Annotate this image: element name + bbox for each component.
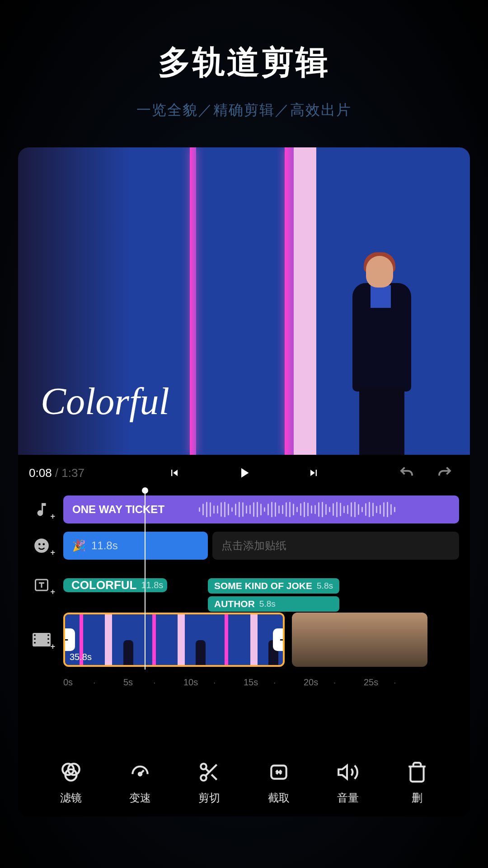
clip-duration: 35.8s bbox=[70, 652, 92, 662]
add-clip-after-button[interactable]: + bbox=[273, 628, 285, 651]
svg-rect-7 bbox=[34, 642, 35, 643]
scissors-icon bbox=[197, 760, 221, 784]
trash-icon bbox=[405, 760, 429, 784]
svg-rect-10 bbox=[47, 642, 49, 643]
add-sticker-icon[interactable]: + bbox=[29, 533, 54, 558]
svg-rect-8 bbox=[47, 634, 49, 636]
crop-icon bbox=[267, 760, 291, 784]
svg-point-14 bbox=[139, 773, 141, 775]
hero-title: 多轨道剪辑 bbox=[0, 41, 488, 84]
hero-subtitle: 一览全貌／精确剪辑／高效出片 bbox=[0, 100, 488, 120]
video-clip-next[interactable] bbox=[292, 613, 427, 667]
preview-overlay-text: Colorful bbox=[41, 379, 169, 423]
cut-tool[interactable]: 剪切 bbox=[184, 760, 234, 805]
add-music-icon[interactable]: + bbox=[29, 497, 54, 522]
svg-rect-5 bbox=[34, 634, 35, 636]
svg-point-16 bbox=[201, 775, 207, 781]
music-clip[interactable]: ONE WAY TICKET bbox=[63, 495, 459, 524]
add-sticker-hint[interactable]: 点击添加贴纸 bbox=[212, 532, 459, 560]
svg-point-2 bbox=[42, 543, 45, 545]
prev-button[interactable] bbox=[164, 462, 185, 484]
editor-panel: Colorful 0:08 / 1:37 bbox=[18, 147, 470, 816]
next-button[interactable] bbox=[303, 462, 324, 484]
delete-tool[interactable]: 删 bbox=[392, 760, 442, 805]
filter-icon bbox=[59, 760, 83, 784]
volume-icon bbox=[336, 760, 360, 784]
svg-rect-9 bbox=[47, 638, 49, 640]
svg-rect-6 bbox=[34, 638, 35, 640]
crop-tool[interactable]: 截取 bbox=[254, 760, 304, 805]
sticker-clip[interactable]: 🎉 11.8s bbox=[63, 532, 208, 560]
speed-tool[interactable]: 变速 bbox=[115, 760, 165, 805]
speed-icon bbox=[128, 760, 152, 784]
add-video-icon[interactable]: + bbox=[29, 627, 54, 652]
svg-point-0 bbox=[34, 538, 49, 553]
volume-tool[interactable]: 音量 bbox=[323, 760, 373, 805]
text-clip-joke[interactable]: SOME KIND OF JOKE 5.8s bbox=[208, 578, 339, 594]
svg-point-15 bbox=[201, 764, 207, 769]
time-ruler: 0s5s10s15s20s25s bbox=[29, 677, 459, 688]
video-clip-selected[interactable]: + + 35.8s bbox=[63, 613, 285, 667]
redo-button[interactable] bbox=[434, 462, 455, 484]
add-clip-before-button[interactable]: + bbox=[63, 628, 75, 651]
add-text-icon[interactable]: + bbox=[29, 572, 54, 598]
time-display: 0:08 / 1:37 bbox=[29, 466, 84, 480]
text-clip-main[interactable]: COLORFUL 11.8s bbox=[63, 578, 167, 592]
playhead[interactable] bbox=[145, 491, 145, 670]
filter-tool[interactable]: 滤镜 bbox=[46, 760, 96, 805]
text-clip-author[interactable]: AUTHOR 5.8s bbox=[208, 596, 339, 612]
svg-point-1 bbox=[38, 543, 41, 545]
undo-button[interactable] bbox=[396, 462, 418, 484]
video-preview[interactable]: Colorful bbox=[18, 147, 470, 455]
play-button[interactable] bbox=[233, 462, 255, 484]
